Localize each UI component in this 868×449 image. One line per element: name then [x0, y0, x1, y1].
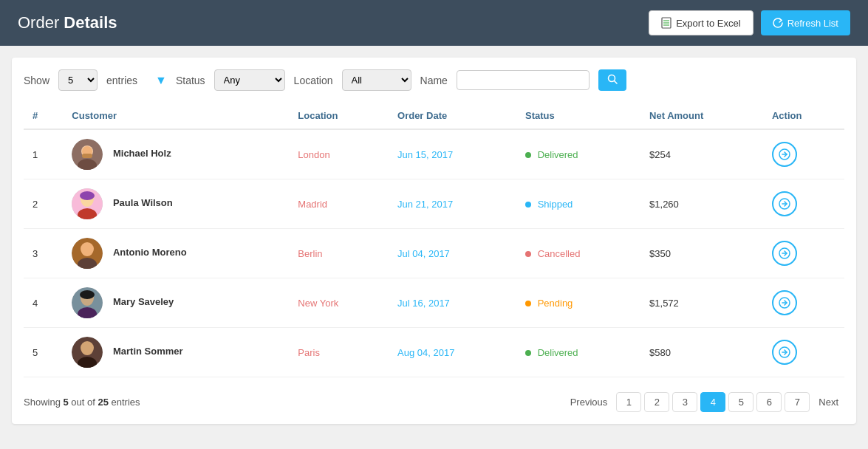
export-excel-button[interactable]: Export to Excel	[649, 10, 753, 35]
row-action	[763, 179, 844, 229]
row-status: Pending	[516, 278, 640, 328]
page-1-button[interactable]: 1	[616, 392, 641, 412]
row-customer: Martin Sommer	[63, 328, 289, 377]
avatar	[72, 139, 103, 170]
arrow-right-icon	[779, 198, 790, 210]
previous-button[interactable]: Previous	[564, 393, 614, 411]
col-action: Action	[763, 103, 844, 129]
row-action	[763, 129, 844, 179]
entries-label: entries	[106, 75, 137, 86]
col-order-date: Order Date	[389, 103, 516, 129]
avatar	[72, 238, 103, 269]
view-order-button[interactable]	[772, 340, 797, 365]
main-content: Show 5 10 25 50 entries ▼ Status Any Del…	[12, 58, 856, 424]
search-icon	[607, 74, 618, 84]
arrow-right-icon	[779, 148, 790, 160]
svg-rect-10	[82, 154, 92, 158]
page-2-button[interactable]: 2	[644, 392, 669, 412]
row-net-amount: $1,260	[640, 179, 763, 229]
showing-text: Showing 5 out of 25 entries	[24, 397, 140, 408]
view-order-button[interactable]	[772, 241, 797, 266]
col-location: Location	[289, 103, 389, 129]
table-footer: Showing 5 out of 25 entries Previous 1 2…	[24, 392, 844, 412]
row-order-date: Aug 04, 2017	[389, 328, 516, 377]
arrow-right-icon	[779, 297, 790, 309]
row-net-amount: $254	[640, 129, 763, 179]
avatar	[72, 287, 103, 318]
svg-point-17	[80, 191, 95, 200]
arrow-right-icon	[779, 346, 790, 358]
excel-icon	[661, 17, 671, 29]
svg-line-5	[614, 81, 617, 84]
row-order-date: Jun 21, 2017	[389, 179, 516, 229]
filter-icon: ▼	[155, 74, 167, 87]
location-label: Location	[294, 75, 333, 86]
page-3-button[interactable]: 3	[672, 392, 697, 412]
row-status: Delivered	[516, 328, 640, 377]
svg-point-23	[81, 242, 94, 256]
view-order-button[interactable]	[772, 142, 797, 167]
refresh-list-button[interactable]: Refresh List	[761, 10, 850, 35]
page-title: Order Details	[18, 13, 117, 32]
row-location: New York	[289, 278, 389, 328]
row-order-date: Jun 15, 2017	[389, 129, 516, 179]
row-action	[763, 328, 844, 377]
row-action	[763, 278, 844, 328]
show-label: Show	[24, 75, 49, 86]
view-order-button[interactable]	[772, 290, 797, 315]
page-4-button[interactable]: 4	[700, 392, 725, 412]
location-select[interactable]: All London Madrid Berlin New York Paris	[342, 69, 411, 91]
page-6-button[interactable]: 6	[756, 392, 782, 412]
show-entries-select[interactable]: 5 10 25 50	[58, 69, 98, 91]
col-status: Status	[516, 103, 640, 129]
row-status: Delivered	[516, 129, 640, 179]
table-row: 3 Antonio Moreno Berlin Jul 04, 2017 Can…	[24, 229, 844, 278]
table-row: 5 Martin Sommer Paris Aug 04, 2017 Deliv…	[24, 328, 844, 377]
row-net-amount: $350	[640, 229, 763, 278]
svg-point-30	[80, 290, 95, 299]
header-buttons: Export to Excel Refresh List	[649, 10, 850, 35]
row-customer: Antonio Moreno	[63, 229, 289, 278]
table-header-row: # Customer Location Order Date Status Ne…	[24, 103, 844, 129]
row-status: Shipped	[516, 179, 640, 229]
row-num: 4	[24, 278, 63, 328]
row-action	[763, 229, 844, 278]
name-label: Name	[420, 75, 448, 86]
row-customer: Michael Holz	[63, 129, 289, 179]
table-row: 1 Michael Holz London Jun 15, 2017 Deliv…	[24, 129, 844, 179]
row-num: 2	[24, 179, 63, 229]
row-num: 3	[24, 229, 63, 278]
row-location: Madrid	[289, 179, 389, 229]
refresh-icon	[773, 18, 783, 28]
col-net-amount: Net Amount	[640, 103, 763, 129]
avatar	[72, 337, 103, 368]
status-label: Status	[176, 75, 205, 86]
orders-table: # Customer Location Order Date Status Ne…	[24, 103, 844, 377]
table-row: 4 Mary Saveley New York Jul 16, 2017 Pen…	[24, 278, 844, 328]
row-net-amount: $580	[640, 328, 763, 377]
row-num: 5	[24, 328, 63, 377]
view-order-button[interactable]	[772, 191, 797, 216]
pagination: Previous 1 2 3 4 5 6 7 Next	[564, 392, 844, 412]
row-location: London	[289, 129, 389, 179]
page-7-button[interactable]: 7	[785, 392, 810, 412]
col-num: #	[24, 103, 63, 129]
page-5-button[interactable]: 5	[728, 392, 753, 412]
svg-point-36	[81, 341, 94, 354]
row-location: Paris	[289, 328, 389, 377]
row-order-date: Jul 04, 2017	[389, 229, 516, 278]
row-num: 1	[24, 129, 63, 179]
search-button[interactable]	[598, 69, 626, 91]
header: Order Details Export to Excel Refresh Li…	[0, 0, 868, 46]
arrow-right-icon	[779, 247, 790, 259]
row-net-amount: $1,572	[640, 278, 763, 328]
table-row: 2 Paula Wilson Madrid Jun 21, 2017 Shipp…	[24, 179, 844, 229]
row-status: Cancelled	[516, 229, 640, 278]
status-select[interactable]: Any Delivered Shipped Cancelled Pending	[214, 69, 285, 91]
col-customer: Customer	[63, 103, 289, 129]
name-search-input[interactable]	[457, 70, 590, 90]
avatar	[72, 188, 103, 219]
next-button[interactable]: Next	[813, 393, 844, 411]
row-customer: Paula Wilson	[63, 179, 289, 229]
row-location: Berlin	[289, 229, 389, 278]
